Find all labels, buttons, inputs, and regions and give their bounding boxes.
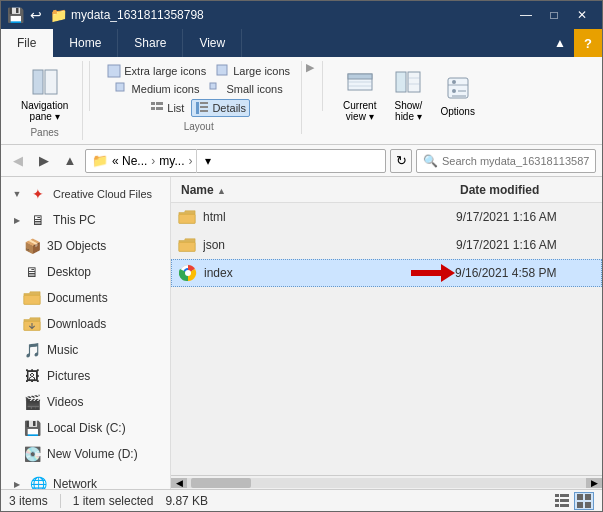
- small-icons-icon: [209, 82, 223, 96]
- svg-rect-9: [156, 107, 163, 110]
- sidebar-label-music: Music: [47, 343, 78, 357]
- large-view-button[interactable]: [574, 492, 594, 510]
- extra-large-icons-icon: [107, 64, 121, 78]
- ribbon-collapse-button[interactable]: ▲: [546, 29, 574, 57]
- table-row[interactable]: json 9/17/2021 1:16 AM: [171, 231, 602, 259]
- file-name-html: html: [203, 210, 456, 224]
- search-icon: 🔍: [423, 154, 438, 168]
- search-box[interactable]: 🔍: [416, 149, 596, 173]
- svg-rect-35: [555, 494, 559, 497]
- svg-rect-11: [200, 102, 208, 104]
- sidebar-item-local-disk-c[interactable]: 💾 Local Disk (C:): [1, 415, 170, 441]
- status-view-buttons: [552, 492, 594, 510]
- forward-button[interactable]: ▶: [33, 150, 55, 172]
- title-bar-icons: 💾 ↩: [7, 7, 42, 23]
- ribbon-panes-group: Navigationpane ▾ Panes: [7, 61, 83, 140]
- table-row[interactable]: html 9/17/2021 1:16 AM: [171, 203, 602, 231]
- svg-rect-31: [179, 242, 195, 251]
- explorer-window: 💾 ↩ 📁 mydata_1631811358798 — □ ✕ File Ho…: [0, 0, 603, 512]
- sidebar-item-pictures[interactable]: 🖼 Pictures: [1, 363, 170, 389]
- tab-home[interactable]: Home: [53, 29, 118, 57]
- ribbon-view-group: Currentview ▾ Show/hide ▾: [329, 61, 489, 127]
- list-button[interactable]: List: [147, 100, 187, 116]
- sidebar-item-creative-cloud[interactable]: ▼ ✦ Creative Cloud Files: [1, 181, 170, 207]
- help-button[interactable]: ?: [574, 29, 602, 57]
- title-quick-undo[interactable]: ↩: [30, 7, 42, 23]
- sidebar-label-pictures: Pictures: [47, 369, 90, 383]
- options-button[interactable]: Options: [434, 69, 480, 120]
- tab-share[interactable]: Share: [118, 29, 183, 57]
- tab-view[interactable]: View: [183, 29, 242, 57]
- sidebar-label-documents: Documents: [47, 291, 108, 305]
- network-icon: 🌐: [29, 475, 47, 489]
- table-row[interactable]: index 9/16/2021 4:58 PM: [171, 259, 602, 287]
- large-icons-icon: [216, 64, 230, 78]
- content-area: Name ▲ Date modified ht: [171, 177, 602, 489]
- file-date-json: 9/17/2021 1:16 AM: [456, 238, 596, 252]
- svg-rect-41: [577, 494, 583, 500]
- sidebar-item-new-volume-d[interactable]: 💽 New Volume (D:): [1, 441, 170, 467]
- tab-file[interactable]: File: [1, 29, 53, 57]
- col-header-date[interactable]: Date modified: [456, 183, 596, 197]
- sidebar-item-desktop[interactable]: 🖥 Desktop: [1, 259, 170, 285]
- scrollbar-thumb[interactable]: [191, 478, 251, 488]
- sidebar-item-network[interactable]: ▶ 🌐 Network: [1, 471, 170, 489]
- search-input[interactable]: [442, 155, 589, 167]
- medium-icons-button[interactable]: Medium icons: [112, 81, 203, 97]
- navigation-pane-button[interactable]: Navigationpane ▾: [15, 63, 74, 125]
- sidebar-item-music[interactable]: 🎵 Music: [1, 337, 170, 363]
- sidebar-item-videos[interactable]: 🎬 Videos: [1, 389, 170, 415]
- maximize-button[interactable]: □: [540, 1, 568, 29]
- svg-rect-10: [196, 102, 199, 114]
- file-icon-json: [177, 235, 197, 255]
- svg-rect-19: [408, 72, 420, 92]
- title-quick-save[interactable]: 💾: [7, 7, 24, 23]
- large-icons-label: Large icons: [233, 65, 290, 77]
- close-button[interactable]: ✕: [568, 1, 596, 29]
- current-view-label: Currentview ▾: [343, 100, 376, 122]
- path-dropdown-button[interactable]: ▾: [196, 149, 218, 173]
- svg-rect-8: [151, 107, 155, 110]
- sidebar-item-this-pc[interactable]: ▶ 🖥 This PC: [1, 207, 170, 233]
- details-view-button[interactable]: [552, 492, 572, 510]
- svg-rect-43: [577, 502, 583, 508]
- expand-icon-pc: ▶: [11, 214, 23, 226]
- current-view-button[interactable]: Currentview ▾: [337, 63, 382, 125]
- svg-rect-5: [210, 83, 216, 89]
- desktop-icon: 🖥: [23, 263, 41, 281]
- path-crumb-1[interactable]: « Ne...: [112, 154, 147, 168]
- status-bar: 3 items 1 item selected 9.87 KB: [1, 489, 602, 511]
- sidebar-label-desktop: Desktop: [47, 265, 91, 279]
- navigation-pane-icon: [29, 66, 61, 98]
- sidebar-item-3d-objects[interactable]: 📦 3D Objects: [1, 233, 170, 259]
- extra-large-icons-button[interactable]: Extra large icons: [104, 63, 209, 79]
- svg-rect-15: [348, 74, 372, 79]
- details-button[interactable]: Details: [191, 99, 250, 117]
- local-disk-c-icon: 💾: [23, 419, 41, 437]
- show-hide-icon: [392, 66, 424, 98]
- details-label: Details: [212, 102, 246, 114]
- list-label: List: [167, 102, 184, 114]
- back-button[interactable]: ◀: [7, 150, 29, 172]
- medium-icons-label: Medium icons: [132, 83, 200, 95]
- path-crumb-2[interactable]: my...: [159, 154, 184, 168]
- sidebar-item-downloads[interactable]: Downloads: [1, 311, 170, 337]
- ribbon-content-area: Navigationpane ▾ Panes Extra large icons: [1, 57, 602, 145]
- refresh-button[interactable]: ↻: [390, 149, 412, 173]
- horizontal-scrollbar[interactable]: ◀ ▶: [171, 475, 602, 489]
- small-icons-button[interactable]: Small icons: [206, 81, 285, 97]
- sidebar-label-local-disk-c: Local Disk (C:): [47, 421, 126, 435]
- svg-rect-44: [585, 502, 591, 508]
- large-icons-button[interactable]: Large icons: [213, 63, 293, 79]
- show-hide-button[interactable]: Show/hide ▾: [386, 63, 430, 125]
- address-path[interactable]: 📁 « Ne... › my... › ▾: [85, 149, 386, 173]
- svg-rect-4: [116, 83, 124, 91]
- svg-point-24: [452, 80, 456, 84]
- file-icon-html: [177, 207, 197, 227]
- col-header-name[interactable]: Name ▲: [177, 183, 456, 197]
- status-selected-size: 9.87 KB: [165, 494, 208, 508]
- status-selected-info: 1 item selected: [73, 494, 154, 508]
- minimize-button[interactable]: —: [512, 1, 540, 29]
- up-button[interactable]: ▲: [59, 150, 81, 172]
- sidebar-item-documents[interactable]: Documents: [1, 285, 170, 311]
